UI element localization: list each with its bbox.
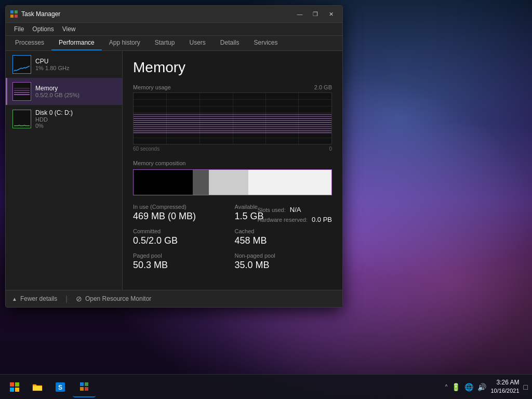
restore-button[interactable]: ❐: [308, 9, 323, 19]
svg-rect-29: [85, 382, 88, 386]
stat-in-use: In use (Compressed) 469 MB (0 MB): [133, 204, 231, 222]
tab-processes[interactable]: Processes: [8, 36, 51, 50]
grid-v3: [233, 93, 233, 144]
notification-center-icon[interactable]: □: [524, 383, 528, 391]
tab-users[interactable]: Users: [182, 36, 212, 50]
bottom-bar: ▲ Fewer details | ⊘ Open Resource Monito…: [6, 290, 342, 307]
folder-icon: [32, 382, 43, 392]
battery-icon[interactable]: 🔋: [451, 383, 460, 391]
grid-v2: [200, 93, 200, 144]
menu-file[interactable]: File: [10, 24, 28, 34]
svg-rect-24: [15, 388, 19, 392]
clock-date: 10/16/2021: [490, 387, 519, 395]
start-button[interactable]: [4, 377, 25, 397]
svg-rect-22: [15, 382, 19, 387]
memory-usage-graph-section: Memory usage 2.0 GB: [133, 84, 332, 152]
open-resource-monitor-link[interactable]: ⊘ Open Resource Monitor: [76, 295, 151, 303]
window-title: Task Manager: [21, 10, 60, 18]
grid-v1: [166, 93, 167, 144]
slots-used-value: N/A: [290, 206, 301, 214]
tab-app-history[interactable]: App history: [102, 36, 148, 50]
fewer-details-label: Fewer details: [20, 295, 57, 302]
stat-nonpaged-label: Non-paged pool: [235, 252, 332, 259]
slots-used-row: Slots used: N/A: [257, 206, 332, 214]
hw-reserved-label: Hardware reserved:: [257, 217, 308, 223]
svg-rect-31: [85, 387, 88, 391]
desktop: Task Manager — ❐ ✕ File Options View Pro…: [0, 0, 532, 399]
resource-monitor-icon: ⊘: [76, 295, 82, 303]
svg-text:S: S: [58, 384, 62, 391]
stat-nonpaged-pool: Non-paged pool 35.0 MB: [235, 252, 332, 271]
disk-graph-icon: [12, 110, 31, 128]
composition-bar: [133, 169, 332, 195]
cpu-title: CPU: [35, 58, 117, 65]
network-icon[interactable]: 🌐: [464, 383, 473, 391]
close-button[interactable]: ✕: [324, 9, 338, 19]
tab-bar: Processes Performance App history Startu…: [6, 36, 342, 51]
composition-label: Memory composition: [133, 160, 332, 166]
menu-view[interactable]: View: [58, 24, 80, 34]
tab-services[interactable]: Services: [247, 36, 285, 50]
disk-info: Disk 0 (C: D:) HDD 0%: [35, 109, 117, 129]
svg-rect-25: [33, 386, 42, 391]
slots-used-label: Slots used:: [257, 207, 285, 213]
graph-max-label: 2.0 GB: [314, 84, 332, 90]
svg-rect-6: [14, 94, 30, 95]
composition-in-use: [134, 170, 193, 195]
svg-rect-3: [15, 15, 18, 18]
svg-rect-0: [10, 10, 14, 14]
graph-footer: 60 seconds 0: [133, 146, 332, 152]
memory-usage-graph: [133, 92, 332, 144]
svg-rect-30: [80, 387, 84, 391]
store-button[interactable]: S: [50, 377, 71, 397]
graph-time-label: 60 seconds: [133, 146, 159, 152]
memory-composition-section: Memory composition: [133, 160, 332, 195]
title-bar: Task Manager — ❐ ✕: [6, 6, 342, 23]
cpu-graph-icon: [12, 55, 31, 74]
file-explorer-button[interactable]: [27, 377, 48, 397]
memory-subtitle: 0.5/2.0 GB (25%): [35, 92, 117, 98]
store-icon: S: [56, 382, 65, 392]
hw-reserved-value: 0.0 PB: [312, 216, 332, 223]
svg-rect-28: [80, 382, 84, 386]
sidebar-item-cpu[interactable]: CPU 1% 1.80 GHz: [6, 51, 122, 78]
sidebar-item-disk[interactable]: Disk 0 (C: D:) HDD 0%: [6, 105, 122, 133]
stat-cached-label: Cached: [235, 228, 332, 234]
graph-min-label: 0: [329, 146, 332, 152]
notification-chevron-icon[interactable]: ^: [445, 384, 448, 390]
svg-rect-2: [10, 15, 14, 18]
minimize-button[interactable]: —: [292, 9, 307, 19]
memory-graph-icon: [12, 82, 31, 101]
tab-startup[interactable]: Startup: [148, 36, 182, 50]
svg-rect-5: [13, 83, 31, 100]
svg-rect-21: [10, 382, 14, 387]
main-content: CPU 1% 1.80 GHz: [6, 51, 342, 290]
svg-rect-1: [15, 10, 18, 14]
volume-icon[interactable]: 🔊: [477, 383, 486, 391]
tab-details[interactable]: Details: [213, 36, 247, 50]
composition-modified: [193, 170, 208, 195]
stat-paged-value: 50.3 MB: [133, 260, 231, 271]
taskmanager-app-icon: [79, 382, 89, 391]
panel-title: Memory: [133, 59, 332, 76]
performance-panel: Memory Memory usage 2.0 GB: [123, 51, 342, 290]
windows-logo-icon: [10, 382, 19, 392]
graph-header: Memory usage 2.0 GB: [133, 84, 332, 90]
sidebar-item-memory[interactable]: Memory 0.5/2.0 GB (25%): [6, 78, 122, 105]
menu-options[interactable]: Options: [28, 24, 58, 34]
svg-rect-8: [14, 90, 30, 91]
stat-committed-label: Committed: [133, 228, 231, 234]
bottom-divider: |: [65, 295, 68, 303]
svg-rect-9: [14, 88, 30, 89]
fewer-details-link[interactable]: ▲ Fewer details: [12, 295, 57, 302]
stat-cached: Cached 458 MB: [235, 228, 332, 246]
hw-reserved-row: Hardware reserved: 0.0 PB: [257, 216, 332, 223]
tab-performance[interactable]: Performance: [51, 36, 102, 50]
system-clock[interactable]: 3:26 AM 10/16/2021: [490, 378, 519, 395]
window-controls: — ❐ ✕: [292, 9, 338, 19]
stat-committed-value: 0.5/2.0 GB: [133, 235, 231, 246]
taskbar-left: S: [4, 377, 96, 397]
taskmanager-taskbar-button[interactable]: [73, 377, 96, 397]
memory-title: Memory: [35, 85, 117, 92]
stat-cached-value: 458 MB: [235, 235, 332, 246]
